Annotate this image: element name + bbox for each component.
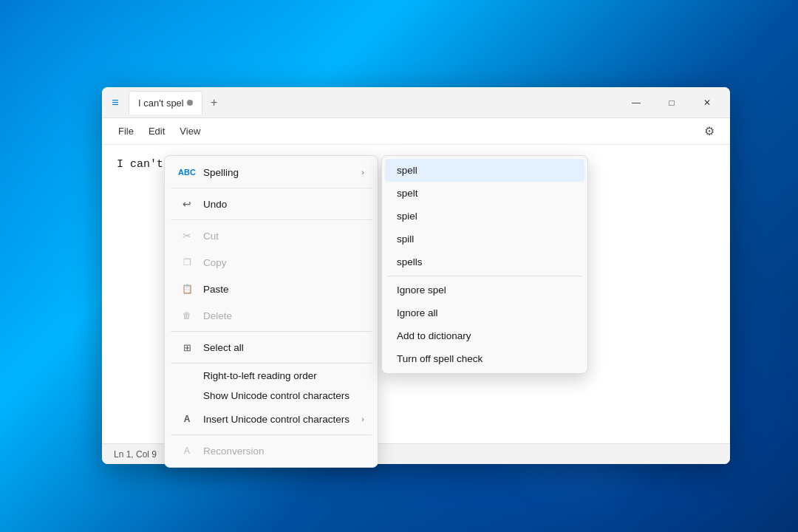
spelling-label: Spelling [203, 167, 239, 178]
context-menu-select-all[interactable]: ⊞ Select all [168, 334, 375, 361]
paste-icon: 📋 [178, 280, 196, 298]
suggestion-spells[interactable]: spells [385, 250, 584, 273]
insert-unicode-label: Insert Unicode control characters [203, 414, 349, 425]
context-menu-spelling[interactable]: ABC Spelling › [168, 159, 375, 185]
context-menu-rtl[interactable]: Right-to-left reading order [168, 366, 375, 386]
context-menu-undo[interactable]: ↩ Undo [168, 191, 375, 217]
suggestion-spelt[interactable]: spelt [385, 182, 584, 205]
reconversion-icon: A [178, 442, 196, 460]
settings-icon[interactable]: ⚙ [698, 120, 721, 143]
undo-label: Undo [203, 199, 227, 210]
undo-icon: ↩ [178, 195, 196, 213]
suggestion-spell-label: spell [397, 165, 417, 176]
copy-label: Copy [203, 257, 227, 268]
ignore-spel-label: Ignore spel [397, 284, 446, 296]
unsaved-dot [187, 100, 193, 106]
select-all-icon: ⊞ [178, 338, 196, 356]
title-bar: ≡ I can't spel + — □ ✕ [102, 87, 730, 118]
context-menu-paste[interactable]: 📋 Paste [168, 276, 375, 302]
turn-off-spell-label: Turn off spell check [397, 353, 482, 364]
tab-item[interactable]: I can't spel [129, 91, 202, 115]
cut-label: Cut [203, 231, 219, 242]
spelling-arrow: › [361, 168, 364, 177]
suggestion-spiel-label: spiel [397, 211, 417, 222]
context-menu-cut: ✂ Cut [168, 222, 375, 249]
spelling-submenu: spell spelt spiel spill spells Ignore sp… [381, 155, 588, 374]
context-menu-copy: ❐ Copy [168, 249, 375, 276]
cut-icon: ✂ [178, 227, 196, 245]
context-menu-delete: 🗑 Delete [168, 302, 375, 329]
menu-edit[interactable]: Edit [141, 123, 172, 140]
separator-3 [171, 331, 372, 332]
sub-separator-1 [388, 276, 582, 276]
separator-2 [171, 219, 372, 220]
turn-off-spell-check[interactable]: Turn off spell check [385, 347, 584, 370]
ignore-all-label: Ignore all [397, 307, 438, 318]
suggestion-spells-label: spells [397, 256, 423, 267]
spelling-icon: ABC [178, 163, 196, 181]
rtl-label: Right-to-left reading order [203, 370, 317, 381]
tab-title: I can't spel [138, 98, 184, 109]
show-unicode-label: Show Unicode control characters [203, 390, 349, 401]
suggestion-spelt-label: spelt [397, 188, 418, 199]
separator-4 [171, 363, 372, 364]
delete-label: Delete [203, 310, 232, 321]
insert-unicode-icon: A [178, 410, 196, 428]
window-controls: — □ ✕ [619, 91, 724, 115]
tab-area: I can't spel + [129, 91, 225, 115]
insert-unicode-arrow: › [361, 415, 364, 423]
ignore-all[interactable]: Ignore all [385, 301, 584, 324]
paste-label: Paste [203, 284, 229, 295]
delete-icon: 🗑 [178, 307, 196, 324]
separator-5 [171, 434, 372, 435]
reconversion-label: Reconversion [203, 446, 265, 457]
maximize-button[interactable]: □ [655, 91, 689, 115]
separator-1 [171, 188, 372, 188]
add-to-dictionary-label: Add to dictionary [397, 330, 471, 341]
ignore-spel[interactable]: Ignore spel [385, 279, 584, 301]
context-menu-show-unicode[interactable]: Show Unicode control characters [168, 386, 375, 406]
copy-icon: ❐ [178, 253, 196, 271]
context-menu: ABC Spelling › ↩ Undo ✂ Cut ❐ Copy 📋 Pas… [164, 155, 378, 468]
menu-file[interactable]: File [111, 123, 141, 140]
suggestion-spell[interactable]: spell [385, 159, 584, 182]
menu-bar: File Edit View ⚙ [102, 118, 730, 145]
context-menu-reconversion: A Reconversion [168, 437, 375, 464]
app-icon: ≡ [108, 95, 123, 110]
suggestion-spiel[interactable]: spiel [385, 205, 584, 228]
position-label: Ln 1, Col 9 [114, 449, 157, 460]
context-menu-insert-unicode[interactable]: A Insert Unicode control characters › [168, 406, 375, 432]
close-button[interactable]: ✕ [690, 91, 724, 115]
suggestion-spill[interactable]: spill [385, 228, 584, 250]
menu-view[interactable]: View [172, 123, 208, 140]
minimize-button[interactable]: — [619, 91, 653, 115]
add-to-dictionary[interactable]: Add to dictionary [385, 324, 584, 347]
suggestion-spill-label: spill [397, 233, 414, 245]
text-normal: I can't [117, 158, 170, 171]
add-tab-button[interactable]: + [204, 92, 225, 113]
select-all-label: Select all [203, 342, 244, 353]
cursor-position: Ln 1, Col 9 [114, 449, 157, 460]
